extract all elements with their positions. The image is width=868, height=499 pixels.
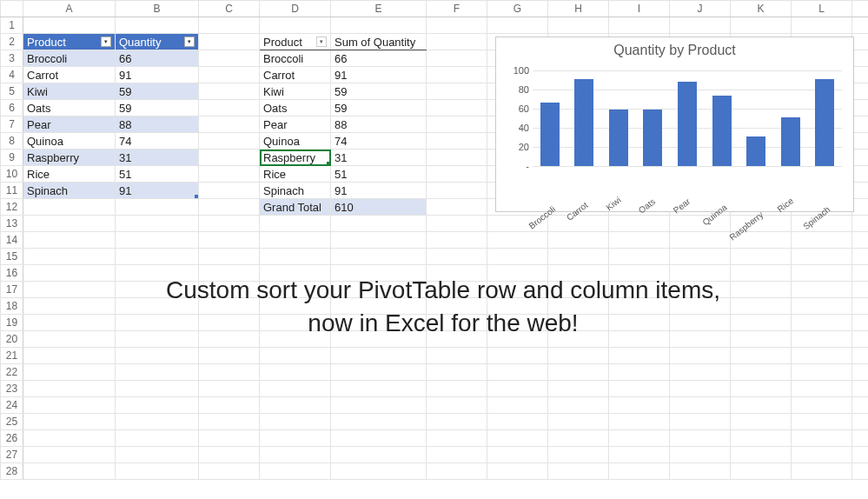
cell-B28[interactable] bbox=[116, 463, 199, 480]
cell-J23[interactable] bbox=[670, 381, 731, 397]
cell-K27[interactable] bbox=[731, 447, 792, 463]
cell-L1[interactable] bbox=[792, 17, 852, 34]
cell-D23[interactable] bbox=[260, 381, 331, 397]
row-header-15[interactable]: 15 bbox=[1, 249, 23, 265]
cell-J22[interactable] bbox=[670, 364, 731, 381]
cell-M14[interactable] bbox=[852, 232, 869, 249]
cell-C13[interactable] bbox=[199, 216, 260, 232]
cell-F24[interactable] bbox=[427, 397, 487, 414]
cell-C4[interactable] bbox=[199, 67, 260, 83]
row-header-24[interactable]: 24 bbox=[1, 397, 23, 414]
cell-E3[interactable]: 66 bbox=[331, 50, 427, 67]
cell-C28[interactable] bbox=[199, 463, 260, 480]
cell-L21[interactable] bbox=[792, 348, 852, 364]
cell-L27[interactable] bbox=[792, 447, 852, 463]
chart-quantity-by-product[interactable]: Quantity by Product -20406080100Broccoli… bbox=[495, 37, 854, 212]
cell-L23[interactable] bbox=[792, 381, 852, 397]
cell-E10[interactable]: 51 bbox=[331, 166, 427, 183]
cell-H13[interactable] bbox=[548, 216, 609, 232]
cell-C6[interactable] bbox=[199, 100, 260, 116]
cell-H22[interactable] bbox=[548, 364, 609, 381]
table-row-qty[interactable]: 66 bbox=[116, 50, 199, 67]
cell-M4[interactable] bbox=[852, 67, 869, 83]
cell-M9[interactable] bbox=[852, 150, 869, 166]
cell-C7[interactable] bbox=[199, 116, 260, 133]
table-filter-quantity[interactable]: ▾ bbox=[184, 37, 195, 47]
cell-A18[interactable] bbox=[23, 298, 116, 315]
row-header-5[interactable]: 5 bbox=[1, 83, 23, 100]
table-row-qty[interactable]: 51 bbox=[116, 166, 199, 183]
cell-G1[interactable] bbox=[487, 17, 548, 34]
cell-J14[interactable] bbox=[670, 232, 731, 249]
cell-M16[interactable] bbox=[852, 265, 869, 282]
column-header-D[interactable]: D bbox=[260, 1, 331, 17]
column-header-C[interactable]: C bbox=[199, 1, 260, 17]
cell-G24[interactable] bbox=[487, 397, 548, 414]
cell-G26[interactable] bbox=[487, 430, 548, 447]
table-row-product[interactable]: Quinoa bbox=[23, 133, 116, 150]
table-row-product[interactable]: Carrot bbox=[23, 67, 116, 83]
cell-E5[interactable]: 59 bbox=[331, 83, 427, 100]
cell-K25[interactable] bbox=[731, 414, 792, 430]
cell-D1[interactable] bbox=[260, 17, 331, 34]
column-header-G[interactable]: G bbox=[487, 1, 548, 17]
cell-D6[interactable]: Oats bbox=[260, 100, 331, 116]
cell-J26[interactable] bbox=[670, 430, 731, 447]
cell-G14[interactable] bbox=[487, 232, 548, 249]
cell-H23[interactable] bbox=[548, 381, 609, 397]
cell-C14[interactable] bbox=[199, 232, 260, 249]
row-header-14[interactable]: 14 bbox=[1, 232, 23, 249]
cell-L19[interactable] bbox=[792, 315, 852, 331]
cell-D22[interactable] bbox=[260, 364, 331, 381]
cell-F1[interactable] bbox=[427, 17, 487, 34]
cell-M17[interactable] bbox=[852, 282, 869, 298]
cell-I28[interactable] bbox=[609, 463, 670, 480]
cell-M22[interactable] bbox=[852, 364, 869, 381]
chart-bar[interactable] bbox=[815, 79, 834, 166]
column-header-E[interactable]: E bbox=[331, 1, 427, 17]
cell-B21[interactable] bbox=[116, 348, 199, 364]
cell-C15[interactable] bbox=[199, 249, 260, 265]
cell-I25[interactable] bbox=[609, 414, 670, 430]
chart-bar[interactable] bbox=[574, 79, 593, 166]
table-filter-product[interactable]: ▾ bbox=[101, 37, 111, 47]
cell-M1[interactable] bbox=[852, 17, 869, 34]
cell-A19[interactable] bbox=[23, 315, 116, 331]
cell-L15[interactable] bbox=[792, 249, 852, 265]
table-row-qty[interactable]: 88 bbox=[116, 116, 199, 133]
cell-M19[interactable] bbox=[852, 315, 869, 331]
cell-I13[interactable] bbox=[609, 216, 670, 232]
row-header-19[interactable]: 19 bbox=[1, 315, 23, 331]
cell-D25[interactable] bbox=[260, 414, 331, 430]
cell-E7[interactable]: 88 bbox=[331, 116, 427, 133]
table-row-product[interactable]: Oats bbox=[23, 100, 116, 116]
cell-K26[interactable] bbox=[731, 430, 792, 447]
cell-M15[interactable] bbox=[852, 249, 869, 265]
chart-bar[interactable] bbox=[746, 136, 765, 166]
row-header-21[interactable]: 21 bbox=[1, 348, 23, 364]
cell-B12[interactable] bbox=[116, 199, 199, 216]
cell-D10[interactable]: Rice bbox=[260, 166, 331, 183]
cell-C3[interactable] bbox=[199, 50, 260, 67]
cell-K21[interactable] bbox=[731, 348, 792, 364]
cell-M28[interactable] bbox=[852, 463, 869, 480]
cell-A2[interactable]: Product▾ bbox=[23, 34, 116, 50]
cell-E12[interactable]: 610 bbox=[331, 199, 427, 216]
cell-M27[interactable] bbox=[852, 447, 869, 463]
cell-G21[interactable] bbox=[487, 348, 548, 364]
cell-F7[interactable] bbox=[427, 116, 487, 133]
cell-I21[interactable] bbox=[609, 348, 670, 364]
cell-D21[interactable] bbox=[260, 348, 331, 364]
cell-H1[interactable] bbox=[548, 17, 609, 34]
cell-I24[interactable] bbox=[609, 397, 670, 414]
cell-E24[interactable] bbox=[331, 397, 427, 414]
cell-K15[interactable] bbox=[731, 249, 792, 265]
cell-D12[interactable]: Grand Total bbox=[260, 199, 331, 216]
cell-G25[interactable] bbox=[487, 414, 548, 430]
cell-L20[interactable] bbox=[792, 331, 852, 348]
cell-B15[interactable] bbox=[116, 249, 199, 265]
cell-I15[interactable] bbox=[609, 249, 670, 265]
cell-I23[interactable] bbox=[609, 381, 670, 397]
row-header-16[interactable]: 16 bbox=[1, 265, 23, 282]
cell-J24[interactable] bbox=[670, 397, 731, 414]
